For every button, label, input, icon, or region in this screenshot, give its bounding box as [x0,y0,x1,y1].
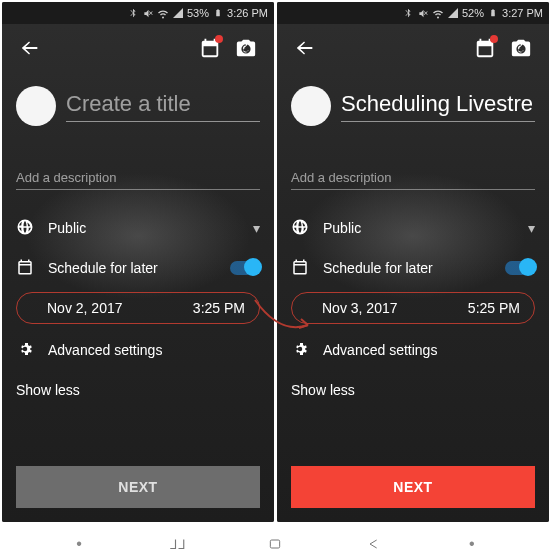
globe-icon [291,218,309,239]
schedule-label: Schedule for later [323,260,491,276]
schedule-datetime[interactable]: Nov 3, 2017 5:25 PM [291,292,535,324]
privacy-label: Public [48,220,239,236]
schedule-toggle[interactable] [230,261,260,275]
privacy-selector[interactable]: Public ▾ [291,208,535,248]
camera-switch-button[interactable] [503,30,539,66]
chevron-down-icon: ▾ [528,220,535,236]
description-placeholder: Add a description [16,170,260,185]
schedule-date: Nov 2, 2017 [47,300,123,316]
mute-icon [142,7,154,19]
wifi-icon [432,7,444,19]
advanced-settings[interactable]: Advanced settings [16,330,260,370]
status-bar: 52% 3:27 PM [277,2,549,24]
schedule-time: 5:25 PM [468,300,520,316]
title-placeholder: Create a title [66,91,260,117]
schedule-time: 3:25 PM [193,300,245,316]
next-button[interactable]: NEXT [291,466,535,508]
description-placeholder: Add a description [291,170,535,185]
schedule-label: Schedule for later [48,260,216,276]
camera-switch-button[interactable] [228,30,264,66]
status-time: 3:27 PM [502,7,543,19]
app-bar [277,24,549,72]
avatar [291,86,331,126]
back-button[interactable] [287,30,323,66]
screenshot-left: 53% 3:26 PM Create a ti [2,2,274,522]
next-label: NEXT [118,479,157,495]
nav-recents-button[interactable] [168,537,186,551]
privacy-selector[interactable]: Public ▾ [16,208,260,248]
title-value: Scheduling Livestre [341,91,535,117]
globe-icon [16,218,34,239]
battery-icon [212,7,224,19]
battery-icon [487,7,499,19]
schedule-datetime[interactable]: Nov 2, 2017 3:25 PM [16,292,260,324]
wifi-icon [157,7,169,19]
schedule-toggle-row: Schedule for later [291,248,535,288]
calendar-icon [291,258,309,279]
svg-rect-1 [492,13,495,16]
privacy-label: Public [323,220,514,236]
bluetooth-icon [402,7,414,19]
calendar-button[interactable] [192,30,228,66]
advanced-label: Advanced settings [48,342,260,358]
nav-back-button[interactable] [365,537,383,551]
gear-icon [16,340,34,361]
nav-dot-icon: • [463,537,481,551]
status-bar: 53% 3:26 PM [2,2,274,24]
show-less-link[interactable]: Show less [16,382,260,398]
calendar-badge-icon [490,35,498,43]
advanced-settings[interactable]: Advanced settings [291,330,535,370]
description-input[interactable]: Add a description [16,170,260,190]
signal-icon [172,7,184,19]
nav-home-button[interactable] [266,537,284,551]
chevron-down-icon: ▾ [253,220,260,236]
app-bar [2,24,274,72]
schedule-date: Nov 3, 2017 [322,300,398,316]
schedule-toggle-row: Schedule for later [16,248,260,288]
bluetooth-icon [127,7,139,19]
schedule-toggle[interactable] [505,261,535,275]
title-input[interactable]: Scheduling Livestre [341,91,535,122]
signal-icon [447,7,459,19]
calendar-badge-icon [215,35,223,43]
advanced-label: Advanced settings [323,342,535,358]
screenshot-right: 52% 3:27 PM Scheduling [277,2,549,522]
battery-percent: 52% [462,7,484,19]
avatar [16,86,56,126]
next-label: NEXT [393,479,432,495]
system-nav-bar: • • [0,528,551,560]
title-input[interactable]: Create a title [66,91,260,122]
next-button[interactable]: NEXT [16,466,260,508]
battery-percent: 53% [187,7,209,19]
calendar-icon [16,258,34,279]
nav-dot-icon: • [70,537,88,551]
mute-icon [417,7,429,19]
svg-rect-0 [217,13,220,16]
description-input[interactable]: Add a description [291,170,535,190]
svg-rect-2 [271,540,280,548]
status-time: 3:26 PM [227,7,268,19]
calendar-button[interactable] [467,30,503,66]
back-button[interactable] [12,30,48,66]
show-less-link[interactable]: Show less [291,382,535,398]
gear-icon [291,340,309,361]
